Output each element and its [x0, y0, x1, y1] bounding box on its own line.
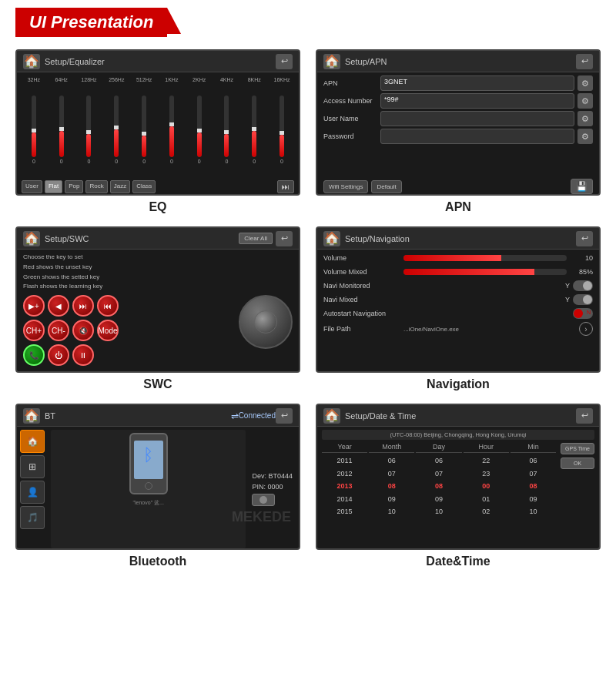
- swc-pause-button[interactable]: ⏸: [72, 344, 94, 366]
- nav-back-button[interactable]: ↩: [576, 231, 593, 246]
- eq-slider-thumb[interactable]: [114, 126, 119, 129]
- swc-power-button[interactable]: ⏻: [48, 344, 69, 366]
- eq-freq-label: 64Hz: [50, 77, 73, 82]
- eq-slider-thumb[interactable]: [252, 127, 256, 131]
- eq-slider[interactable]: 0: [23, 96, 45, 165]
- eq-slider[interactable]: 0: [243, 96, 265, 165]
- eq-nav-button[interactable]: ⏭: [277, 180, 294, 193]
- apn-gear-icon[interactable]: ⚙: [578, 75, 593, 91]
- dt-title-text: Setup/Date & Time: [345, 411, 576, 421]
- apn-label: APN: [445, 200, 471, 214]
- nav-row-label: Navi Monitored: [323, 282, 400, 290]
- dt-cell-value: 09: [511, 494, 556, 506]
- dt-gps-time-button[interactable]: GPS Time: [561, 443, 594, 454]
- apn-field-label: User Name: [323, 115, 377, 122]
- dt-ok-button[interactable]: OK: [561, 457, 594, 469]
- eq-slider-thumb[interactable]: [32, 129, 36, 132]
- eq-freq-labels: 32Hz64Hz128Hz256Hz512Hz1KHz2KHz4KHz8KHz1…: [20, 77, 296, 82]
- eq-slider-thumb[interactable]: [169, 122, 174, 126]
- dt-col-header: Year: [322, 443, 367, 453]
- bt-sidebar: 🏠⊞👤🎵: [20, 430, 48, 548]
- dt-col-values: 2223000102: [464, 455, 509, 518]
- nav-slider[interactable]: [403, 266, 567, 277]
- dt-content: Year20112012201320142015Month0607080910D…: [322, 443, 594, 518]
- bt-pair-button[interactable]: [252, 494, 275, 506]
- nav-home-icon[interactable]: 🏠: [323, 231, 340, 246]
- bt-back-button[interactable]: ↩: [276, 408, 293, 424]
- eq-slider[interactable]: 0: [105, 96, 127, 165]
- swc-button[interactable]: Mode: [97, 320, 119, 341]
- nav-path-arrow[interactable]: ›: [579, 322, 593, 336]
- apn-footer-button[interactable]: Default: [371, 180, 401, 193]
- eq-preset-button[interactable]: Pop: [65, 180, 83, 193]
- eq-value: 0: [170, 159, 173, 164]
- eq-slider[interactable]: 0: [51, 96, 72, 165]
- eq-slider-thumb[interactable]: [224, 130, 229, 134]
- bt-sidebar-button[interactable]: 🎵: [20, 506, 45, 529]
- swc-back-button[interactable]: ↩: [276, 231, 293, 246]
- nav-slider[interactable]: [403, 253, 567, 263]
- eq-slider[interactable]: 0: [216, 96, 237, 165]
- dt-home-icon[interactable]: 🏠: [323, 408, 340, 424]
- bt-pin-info: PIN: 0000: [252, 483, 293, 491]
- apn-home-icon[interactable]: 🏠: [323, 54, 340, 69]
- eq-slider-thumb[interactable]: [142, 132, 146, 136]
- nav-autostart-toggle[interactable]: N: [573, 308, 593, 319]
- nav-row-label: Navi Mixed: [323, 296, 400, 303]
- dt-col-header: Min: [511, 443, 556, 453]
- apn-field-input[interactable]: [380, 129, 574, 144]
- bt-sidebar-button[interactable]: 👤: [20, 481, 45, 504]
- eq-slider-thumb[interactable]: [280, 131, 284, 135]
- apn-field-input[interactable]: [380, 111, 574, 126]
- swc-button[interactable]: CH+: [23, 320, 45, 341]
- bt-sidebar-button[interactable]: ⊞: [20, 455, 45, 478]
- eq-preset-button[interactable]: Rock: [85, 180, 107, 193]
- swc-button[interactable]: 🔇: [72, 320, 94, 341]
- bt-sidebar-button[interactable]: 🏠: [20, 430, 45, 453]
- eq-slider-thumb[interactable]: [59, 127, 64, 131]
- nav-label: Navigation: [427, 377, 490, 391]
- eq-preset-button[interactable]: Class: [132, 180, 156, 193]
- eq-slider[interactable]: 0: [133, 96, 155, 165]
- swc-home-icon[interactable]: 🏠: [23, 231, 40, 246]
- eq-home-icon[interactable]: 🏠: [23, 54, 40, 69]
- eq-slider[interactable]: 0: [189, 96, 210, 165]
- apn-gear-icon[interactable]: ⚙: [578, 93, 593, 109]
- apn-back-button[interactable]: ↩: [576, 54, 593, 69]
- apn-gear-icon[interactable]: ⚙: [578, 129, 593, 144]
- eq-back-button[interactable]: ↩: [276, 54, 293, 69]
- swc-button[interactable]: ◀: [48, 295, 69, 317]
- apn-field-input[interactable]: *99#: [380, 93, 574, 109]
- swc-button[interactable]: ▶+: [23, 295, 45, 317]
- dt-column: Day0607080910: [416, 443, 461, 518]
- eq-preset-button[interactable]: User: [22, 180, 42, 193]
- nav-toggle-value: Y: [547, 282, 570, 290]
- bt-info: Dev: BT0444 PIN: 0000: [249, 430, 296, 548]
- dt-cell-value: 08: [416, 481, 461, 493]
- nav-toggle[interactable]: [573, 294, 593, 305]
- swc-button[interactable]: CH-: [48, 320, 69, 341]
- apn-save-button[interactable]: 💾: [571, 179, 593, 194]
- apn-gear-icon[interactable]: ⚙: [578, 111, 593, 126]
- eq-preset-button[interactable]: Flat: [45, 180, 62, 193]
- dt-back-button[interactable]: ↩: [576, 408, 593, 424]
- eq-slider[interactable]: 0: [271, 96, 293, 165]
- swc-steering-center: [254, 310, 277, 333]
- bt-phone-label: "lenovo" 蓝...: [133, 499, 164, 507]
- dt-cell-value: 01: [464, 494, 509, 506]
- eq-preset-button[interactable]: Jazz: [110, 180, 130, 193]
- swc-call-button[interactable]: 📞: [23, 344, 45, 366]
- apn-footer-button[interactable]: Wifi Settings: [323, 180, 368, 193]
- eq-slider-thumb[interactable]: [197, 129, 202, 132]
- bt-home-icon[interactable]: 🏠: [23, 408, 40, 424]
- apn-footer: Wifi SettingsDefault💾: [323, 179, 593, 194]
- apn-field-input[interactable]: 3GNET: [380, 75, 574, 91]
- swc-clearall-button[interactable]: Clear All: [239, 233, 273, 244]
- eq-slider[interactable]: 0: [78, 96, 99, 165]
- eq-slider-thumb[interactable]: [86, 130, 91, 134]
- swc-button[interactable]: ⏭: [72, 295, 94, 317]
- nav-toggle[interactable]: [573, 280, 593, 291]
- swc-button[interactable]: ⏮: [97, 295, 119, 317]
- eq-slider[interactable]: 0: [161, 96, 182, 165]
- eq-value: 0: [280, 159, 283, 164]
